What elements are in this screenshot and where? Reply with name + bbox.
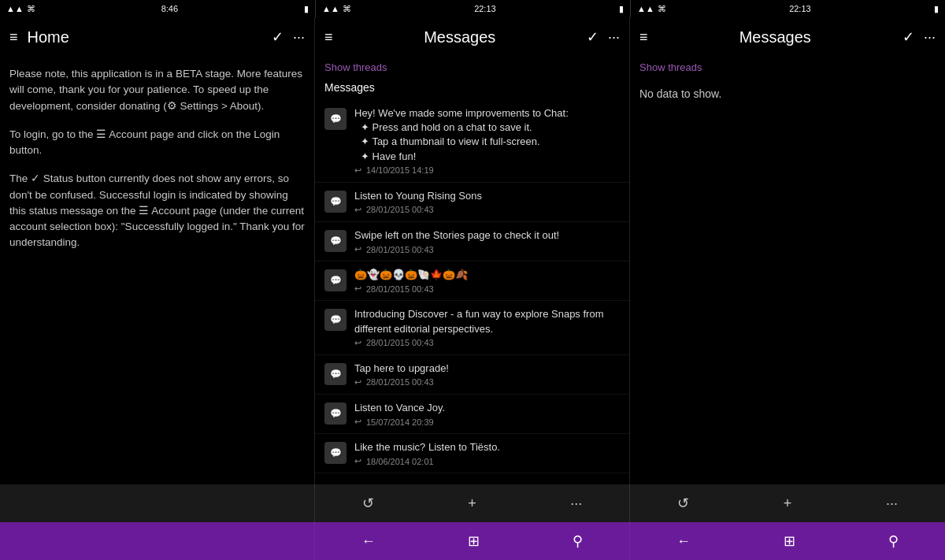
msg-arrow-icon: ↩ xyxy=(354,165,361,176)
msg-meta: ↩ 28/01/2015 00:43 xyxy=(354,377,620,388)
message-item[interactable]: 💬 Listen to Vance Joy. ↩ 15/07/2014 20:3… xyxy=(315,395,629,434)
more-icon[interactable]: ··· xyxy=(293,29,305,46)
msg-arrow-icon: ↩ xyxy=(354,456,361,466)
toolbar-mid-section: ↺ + ··· xyxy=(315,484,630,522)
message-item[interactable]: 💬 Swipe left on the Stories page to chec… xyxy=(315,222,629,261)
search-button-right[interactable]: ⚲ xyxy=(879,529,908,553)
msg-meta: ↩ 28/01/2015 00:43 xyxy=(354,284,620,294)
msg-meta: ↩ 18/06/2014 02:01 xyxy=(354,456,620,466)
messages-hamburger-icon[interactable]: ≡ xyxy=(324,29,333,46)
refresh-button[interactable]: ↺ xyxy=(356,491,380,515)
wifi-icon-right: ⌘ xyxy=(658,4,666,14)
messages-section-label: Messages xyxy=(315,78,629,100)
battery-left: ▮ xyxy=(304,4,309,14)
msg-text: Like the music? Listen to Tiësto. xyxy=(354,440,620,454)
msg-text: Swipe left on the Stories page to check … xyxy=(354,228,620,243)
msg-icon: 💬 xyxy=(324,363,346,385)
msg-text: Tap here to upgrade! xyxy=(354,362,620,376)
hamburger-icon[interactable]: ≡ xyxy=(9,29,18,46)
add-button[interactable]: + xyxy=(461,492,483,515)
message-item[interactable]: 💬 🎃👻🎃💀🎃🐚🍁🎃🍂 ↩ 28/01/2015 00:43 xyxy=(315,261,629,301)
status-bar: ▲▲ ⌘ 8:46 ▮ ▲▲ ⌘ 22:13 ▮ ▲▲ ⌘ 22:13 ▮ xyxy=(0,0,945,17)
main-content: ≡ Home ✓ ··· Please note, this applicati… xyxy=(0,17,945,484)
nav-left-section xyxy=(0,522,315,560)
msg-meta: ↩ 28/01/2015 00:43 xyxy=(354,244,620,254)
messages-panel: ≡ Messages ✓ ··· Show threads Messages 💬… xyxy=(315,17,630,484)
right-header: ≡ Messages ✓ ··· xyxy=(630,17,945,57)
msg-text-detail2: ✦ Tap a thumbnail to view it full-screen… xyxy=(354,135,620,149)
nav-right-section: ← ⊞ ⚲ xyxy=(630,522,945,560)
refresh-button-right[interactable]: ↺ xyxy=(671,491,695,515)
msg-date: 18/06/2014 02:01 xyxy=(366,457,434,466)
msg-icon: 💬 xyxy=(324,191,346,213)
msg-text-detail3: ✦ Have fun! xyxy=(354,150,620,164)
msg-content: Swipe left on the Stories page to check … xyxy=(354,228,620,254)
search-button[interactable]: ⚲ xyxy=(563,529,592,553)
msg-icon: 💬 xyxy=(324,269,346,291)
status-bar-mid: ▲▲ ⌘ 22:13 ▮ xyxy=(315,0,630,17)
msg-text: Hey! We've made some improvements to Cha… xyxy=(354,106,620,121)
add-button-right[interactable]: + xyxy=(777,492,799,515)
msg-content: Hey! We've made some improvements to Cha… xyxy=(354,106,620,176)
msg-text: 🎃👻🎃💀🎃🐚🍁🎃🍂 xyxy=(354,268,620,282)
status-icons-left: ▲▲ ⌘ xyxy=(6,4,35,14)
more-button-right[interactable]: ··· xyxy=(880,492,904,515)
more-button[interactable]: ··· xyxy=(564,492,588,515)
nav-mid-section: ← ⊞ ⚲ xyxy=(315,522,630,560)
right-check-icon[interactable]: ✓ xyxy=(902,28,914,46)
msg-date: 14/10/2015 14:19 xyxy=(366,165,434,175)
time-mid: 22:13 xyxy=(474,4,496,13)
msg-icon: 💬 xyxy=(324,309,346,331)
no-data-label: No data to show. xyxy=(630,78,945,109)
msg-text-detail: ✦ Press and hold on a chat to save it. xyxy=(354,121,620,135)
home-header: ≡ Home ✓ ··· xyxy=(0,17,314,57)
home-button-right[interactable]: ⊞ xyxy=(774,529,805,553)
msg-icon: 💬 xyxy=(324,402,346,425)
msg-content: 🎃👻🎃💀🎃🐚🍁🎃🍂 ↩ 28/01/2015 00:43 xyxy=(354,268,620,294)
message-item[interactable]: 💬 Like the music? Listen to Tiësto. ↩ 18… xyxy=(315,434,629,473)
messages-title: Messages xyxy=(343,28,577,46)
message-item[interactable]: 💬 Hey! We've made some improvements to C… xyxy=(315,100,629,183)
wifi-icon-left: ⌘ xyxy=(27,4,35,14)
back-button-right[interactable]: ← xyxy=(667,530,700,553)
msg-text: Listen to Vance Joy. xyxy=(354,401,620,415)
signal-icon-left: ▲▲ xyxy=(6,4,24,13)
messages-check-icon[interactable]: ✓ xyxy=(587,28,598,46)
right-more-icon[interactable]: ··· xyxy=(924,29,936,46)
msg-arrow-icon: ↩ xyxy=(354,417,361,427)
messages-more-icon[interactable]: ··· xyxy=(608,29,620,46)
status-icons-right: ▲▲ ⌘ xyxy=(637,4,666,14)
bottom-toolbar: ↺ + ··· ↺ + ··· xyxy=(0,484,945,522)
beta-notice: Please note, this application is in a BE… xyxy=(9,66,305,114)
messages-list: 💬 Hey! We've made some improvements to C… xyxy=(315,100,629,484)
nav-bar: ← ⊞ ⚲ ← ⊞ ⚲ xyxy=(0,522,945,560)
home-title: Home xyxy=(28,28,262,46)
msg-icon: 💬 xyxy=(324,230,346,252)
msg-content: Listen to Vance Joy. ↩ 15/07/2014 20:39 xyxy=(354,401,620,427)
status-bar-left: ▲▲ ⌘ 8:46 ▮ xyxy=(0,0,315,17)
msg-arrow-icon: ↩ xyxy=(354,205,361,215)
back-button[interactable]: ← xyxy=(352,530,385,553)
time-left: 8:46 xyxy=(161,4,178,13)
message-item[interactable]: 💬 Introducing Discover - a fun way to ex… xyxy=(315,301,629,354)
status-bar-right: ▲▲ ⌘ 22:13 ▮ xyxy=(630,0,945,17)
msg-date: 28/01/2015 00:43 xyxy=(366,377,434,387)
wifi-icon-mid: ⌘ xyxy=(343,4,351,14)
msg-content: Tap here to upgrade! ↩ 28/01/2015 00:43 xyxy=(354,362,620,388)
right-hamburger-icon[interactable]: ≡ xyxy=(639,29,648,46)
msg-meta: ↩ 15/07/2014 20:39 xyxy=(354,417,620,427)
home-panel: ≡ Home ✓ ··· Please note, this applicati… xyxy=(0,17,315,484)
login-instructions: To login, go to the ☰ Account page and c… xyxy=(9,127,305,159)
msg-text: Listen to Young Rising Sons xyxy=(354,189,620,203)
msg-content: Introducing Discover - a fun way to expl… xyxy=(354,307,620,347)
show-threads-link[interactable]: Show threads xyxy=(315,57,629,78)
msg-date: 28/01/2015 00:43 xyxy=(366,338,434,347)
msg-date: 28/01/2015 00:43 xyxy=(366,245,434,254)
message-item[interactable]: 💬 Tap here to upgrade! ↩ 28/01/2015 00:4… xyxy=(315,355,629,395)
check-icon[interactable]: ✓ xyxy=(272,28,284,46)
home-button[interactable]: ⊞ xyxy=(458,529,489,553)
msg-arrow-icon: ↩ xyxy=(354,284,361,294)
msg-date: 28/01/2015 00:43 xyxy=(366,284,434,294)
message-item[interactable]: 💬 Listen to Young Rising Sons ↩ 28/01/20… xyxy=(315,183,629,222)
right-show-threads-link[interactable]: Show threads xyxy=(630,57,945,78)
